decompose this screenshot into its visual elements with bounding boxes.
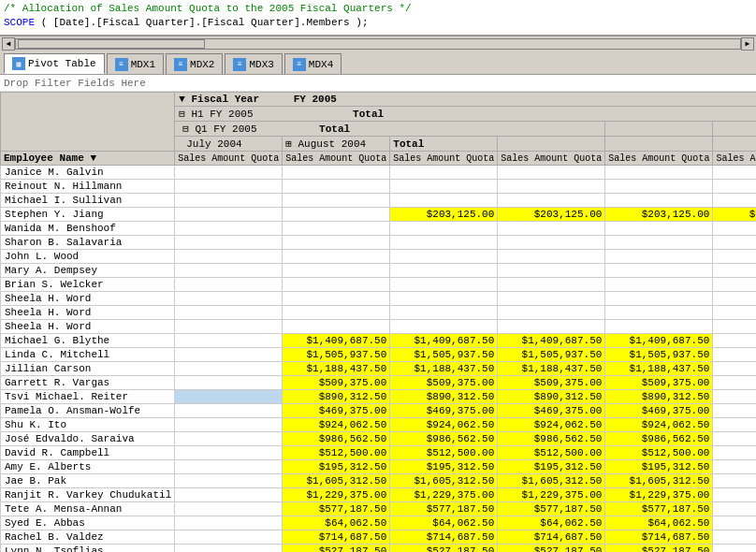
data-cell	[713, 292, 756, 306]
data-cell	[498, 166, 605, 180]
data-cell: $577,187.50	[605, 502, 713, 516]
table-row: Linda C. Mitchell$1,505,937.50$1,505,937…	[1, 348, 757, 362]
tab-mdx3[interactable]: ≡ MDX3	[225, 53, 282, 74]
data-cell: $469,375.00	[498, 404, 605, 418]
data-cell: $986,562.50	[390, 432, 498, 446]
data-cell: $714,687.50	[498, 530, 605, 545]
data-cell: $203,125.00	[498, 208, 605, 222]
data-cell	[713, 362, 756, 376]
data-cell: $203,125.00	[390, 208, 498, 222]
data-cell	[175, 390, 283, 404]
data-cell: $577,187.50	[498, 502, 605, 516]
data-cell	[390, 306, 498, 320]
horizontal-scrollbar[interactable]: ◀ ▶	[0, 36, 756, 51]
data-cell	[390, 222, 498, 236]
data-cell	[175, 404, 283, 418]
scroll-right-btn[interactable]: ▶	[741, 37, 754, 51]
data-cell	[390, 180, 498, 194]
row-label: Lynn N. Tsoflias	[1, 545, 175, 553]
august2004-cell[interactable]: ⊞ August 2004	[283, 137, 390, 152]
table-row: Garrett R. Vargas$509,375.00$509,375.00$…	[1, 376, 757, 390]
data-cell	[605, 236, 713, 250]
row-label: Tete A. Mensa-Annan	[1, 502, 175, 516]
data-cell	[175, 418, 283, 432]
row-label: Linda C. Mitchell	[1, 348, 175, 362]
data-cell	[175, 362, 283, 376]
scroll-track[interactable]	[15, 38, 741, 50]
data-cell	[498, 278, 605, 292]
row-label: Reinout N. Hillmann	[1, 180, 175, 194]
table-row: Michael G. Blythe$1,409,687.50$1,409,687…	[1, 334, 757, 348]
mdx1-tab-icon: ≡	[115, 58, 128, 71]
data-cell: $512,500.00	[390, 446, 498, 460]
data-cell	[498, 250, 605, 264]
data-cell	[713, 166, 756, 180]
table-row: Shu K. Ito$924,062.50$924,062.50$924,062…	[1, 418, 757, 432]
mdx2-tab-label: MDX2	[190, 59, 214, 70]
data-cell: $512,500.00	[498, 446, 605, 460]
data-cell: $512,500.00	[605, 446, 713, 460]
table-row: Michael I. Sullivan	[1, 194, 757, 208]
table-row: Janice M. Galvin	[1, 166, 757, 180]
table-row: José Edvaldo. Saraiva$986,562.50$986,562…	[1, 432, 757, 446]
fiscal-year-header[interactable]: ▼ Fiscal Year FY 2005	[175, 93, 756, 107]
tab-pivot[interactable]: ▦ Pivot Table	[4, 53, 105, 74]
data-cell	[498, 264, 605, 278]
data-cell: $203,125.00	[713, 208, 756, 222]
measure-col-2: Sales Amount Quota	[283, 152, 390, 166]
data-cell: $714,687.50	[390, 530, 498, 545]
scroll-thumb[interactable]	[18, 39, 205, 49]
row-label: Amy E. Alberts	[1, 460, 175, 474]
code-line2: SCOPE ( [Date].[Fiscal Quarter].[Fiscal …	[4, 16, 752, 30]
data-cell	[713, 306, 756, 320]
data-cell	[175, 488, 283, 502]
tab-mdx4[interactable]: ≡ MDX4	[284, 53, 342, 74]
data-cell	[283, 180, 390, 194]
data-cell: $577,187.50	[283, 502, 390, 516]
data-cell: $924,062.50	[283, 418, 390, 432]
data-cell	[498, 236, 605, 250]
table-row: Sharon B. Salavaria	[1, 236, 757, 250]
data-cell: $924,062.50	[390, 418, 498, 432]
data-cell	[283, 264, 390, 278]
tab-mdx2[interactable]: ≡ MDX2	[166, 53, 223, 74]
data-cell: $1,505,937.50	[283, 348, 390, 362]
data-cell	[175, 348, 283, 362]
row-label: Jillian Carson	[1, 362, 175, 376]
data-cell	[175, 236, 283, 250]
data-cell: $1,605,312.50	[283, 474, 390, 488]
pivot-tab-icon: ▦	[12, 57, 25, 70]
row-label: Mary A. Dempsey	[1, 264, 175, 278]
q1fy2005-cell[interactable]: ⊟ Q1 FY 2005 Total	[175, 122, 605, 137]
data-cell: $509,375.00	[605, 376, 713, 390]
data-cell	[605, 194, 713, 208]
data-cell	[713, 194, 756, 208]
table-row: John L. Wood	[1, 250, 757, 264]
total3-cell: Total	[390, 137, 498, 152]
data-cell	[713, 516, 756, 530]
data-cell: $527,187.50	[283, 545, 390, 553]
july2004-cell[interactable]: July 2004	[175, 137, 283, 152]
data-cell: $64,062.50	[605, 516, 713, 530]
table-row: Tete A. Mensa-Annan$577,187.50$577,187.5…	[1, 502, 757, 516]
table-row: Reinout N. Hillmann	[1, 180, 757, 194]
data-cell	[713, 474, 756, 488]
data-cell	[390, 320, 498, 334]
employee-name-col-header[interactable]: Employee Name ▼	[1, 152, 175, 166]
data-cell	[175, 432, 283, 446]
table-row: Sheela H. Word	[1, 292, 757, 306]
data-cell: $890,312.50	[283, 390, 390, 404]
data-cell	[283, 236, 390, 250]
row-label: Sheela H. Word	[1, 292, 175, 306]
h1fy2005-cell[interactable]: ⊟ H1 FY 2005 Total	[175, 107, 756, 122]
scroll-left-btn[interactable]: ◀	[2, 37, 15, 51]
data-cell	[283, 166, 390, 180]
data-cell: $509,375.00	[390, 376, 498, 390]
tab-mdx1[interactable]: ≡ MDX1	[107, 53, 164, 74]
filter-drop-zone[interactable]: Drop Filter Fields Here	[0, 75, 756, 92]
row-label: Sharon B. Salavaria	[1, 236, 175, 250]
mdx3-tab-icon: ≡	[233, 58, 246, 71]
data-cell: $1,229,375.00	[390, 488, 498, 502]
data-cell	[175, 516, 283, 530]
data-cell	[713, 376, 756, 390]
